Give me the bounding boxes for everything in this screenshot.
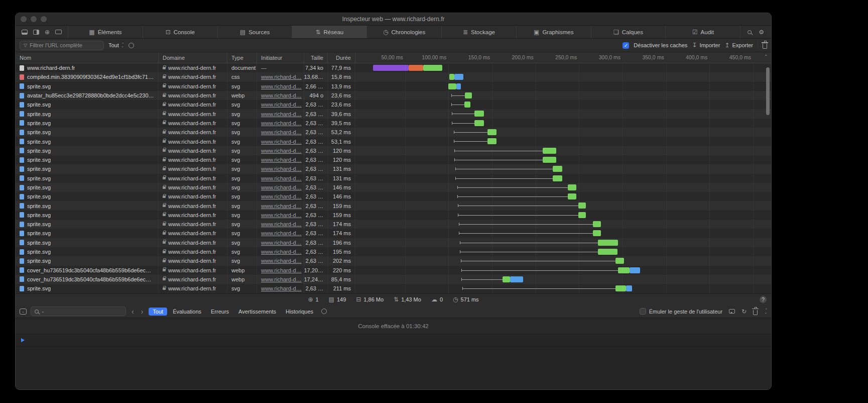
request-initiator[interactable]: www.richard-d… — [261, 276, 302, 282]
quick-console-icon[interactable]: ⌄ — [20, 309, 27, 315]
console-prompt[interactable] — [16, 334, 771, 347]
disable-caches-checkbox[interactable]: ✓ — [623, 42, 629, 49]
clear-console-icon[interactable] — [753, 310, 758, 315]
network-request-row[interactable]: sprite.svg www.richard-dern.fr svg www.r… — [16, 256, 771, 265]
network-request-row[interactable]: sprite.svg www.richard-dern.fr svg www.r… — [16, 164, 771, 173]
export-button[interactable]: ↥ Exporter — [724, 42, 753, 49]
inspect-element-icon[interactable]: ⊕ — [45, 29, 50, 36]
network-request-row[interactable]: www.richard-dern.fr www.richard-dern.fr … — [16, 63, 771, 72]
request-initiator[interactable]: www.richard-d… — [261, 285, 302, 291]
device-settings-icon[interactable] — [55, 30, 62, 34]
network-request-row[interactable]: compiled.min.38390909f303624ed9e1cf1bd3f… — [16, 72, 771, 81]
tab-audit[interactable]: ☑Audit — [666, 26, 740, 38]
network-request-row[interactable]: sprite.svg www.richard-dern.fr svg www.r… — [16, 128, 771, 137]
request-initiator[interactable]: www.richard-d… — [261, 120, 302, 126]
column-header-name[interactable]: Nom — [16, 52, 159, 63]
network-request-row[interactable]: sprite.svg www.richard-dern.fr svg www.r… — [16, 238, 771, 247]
reload-icon[interactable]: ↻ — [741, 308, 747, 315]
network-request-row[interactable]: sprite.svg www.richard-dern.fr svg www.r… — [16, 201, 771, 210]
console-messages-icon[interactable] — [729, 309, 735, 314]
network-request-row[interactable]: sprite.svg www.richard-dern.fr svg www.r… — [16, 183, 771, 192]
request-initiator[interactable]: www.richard-d… — [261, 83, 302, 89]
tab-elements[interactable]: ▦Éléments — [68, 26, 143, 38]
request-initiator[interactable]: www.richard-d… — [261, 74, 302, 80]
network-request-row[interactable]: sprite.svg www.richard-dern.fr svg www.r… — [16, 119, 771, 128]
help-button[interactable]: ? — [760, 296, 767, 303]
request-initiator[interactable]: www.richard-d… — [261, 129, 302, 135]
tab-storage[interactable]: ≣Stockage — [442, 26, 517, 38]
request-initiator[interactable]: www.richard-d… — [261, 240, 302, 246]
previous-result-button[interactable]: ‹ — [130, 308, 136, 316]
request-initiator[interactable]: www.richard-d… — [261, 139, 302, 145]
request-initiator[interactable]: www.richard-d… — [261, 221, 302, 227]
request-initiator[interactable]: www.richard-d… — [261, 111, 302, 117]
network-request-row[interactable]: sprite.svg www.richard-dern.fr svg www.r… — [16, 247, 771, 256]
network-request-row[interactable]: sprite.svg www.richard-dern.fr svg www.r… — [16, 220, 771, 229]
request-initiator[interactable]: www.richard-d… — [261, 166, 302, 172]
scroll-up-icon[interactable]: ⌃ — [764, 54, 768, 59]
console-scope-warnings[interactable]: Avertissements — [234, 308, 280, 316]
request-initiator[interactable]: www.richard-d… — [261, 203, 302, 209]
close-window-button[interactable] — [21, 16, 27, 22]
network-request-row[interactable]: sprite.svg www.richard-dern.fr svg www.r… — [16, 229, 771, 238]
network-request-row[interactable]: sprite.svg www.richard-dern.fr svg www.r… — [16, 109, 771, 118]
request-initiator[interactable]: www.richard-d… — [261, 184, 302, 190]
network-request-row[interactable]: sprite.svg www.richard-dern.fr svg www.r… — [16, 192, 771, 201]
network-request-row[interactable]: sprite.svg www.richard-dern.fr svg www.r… — [16, 146, 771, 155]
request-initiator[interactable]: www.richard-d… — [261, 157, 302, 163]
dock-to-side-icon[interactable] — [33, 30, 39, 35]
network-request-row[interactable]: sprite.svg www.richard-dern.fr svg www.r… — [16, 174, 771, 183]
vertical-scrollbar-thumb[interactable] — [766, 67, 770, 115]
network-request-row[interactable]: cover_hu736519dc3b5040cfa48b6b559b6de6ec… — [16, 266, 771, 275]
column-header-type[interactable]: Type — [227, 52, 257, 63]
request-initiator[interactable]: www.richard-d… — [261, 230, 302, 236]
collapse-console-icon[interactable]: ⌃⌄ — [764, 309, 767, 314]
tab-timelines[interactable]: ◷Chronologies — [367, 26, 442, 38]
url-filter-input[interactable]: ▽ Filtrer l'URL complète — [20, 41, 104, 50]
tab-sources[interactable]: ▤Sources — [218, 26, 293, 38]
request-initiator[interactable]: www.richard-d… — [261, 92, 302, 98]
network-request-row[interactable]: sprite.svg www.richard-dern.fr svg www.r… — [16, 82, 771, 91]
import-button[interactable]: ↧ Importer — [692, 42, 720, 49]
console-scope-errors[interactable]: Erreurs — [207, 308, 233, 316]
network-request-row[interactable]: sprite.svg www.richard-dern.fr svg www.r… — [16, 137, 771, 146]
request-initiator[interactable]: www.richard-d… — [261, 102, 302, 108]
minimize-window-button[interactable] — [31, 16, 37, 22]
column-header-duration[interactable]: Durée — [328, 52, 355, 63]
settings-gear-icon[interactable]: ⚙ — [759, 29, 764, 36]
network-request-row[interactable]: avatar_hu85ecc3e298728880b0bde2dcc4e5c23… — [16, 91, 771, 100]
console-scope-evaluations[interactable]: Évaluations — [169, 308, 205, 316]
tab-network[interactable]: ⇅Réseau — [292, 26, 367, 38]
request-initiator[interactable]: www.richard-d… — [261, 212, 302, 218]
console-scope-logs[interactable]: Historiques — [282, 308, 317, 316]
request-initiator[interactable]: www.richard-d… — [261, 258, 302, 264]
column-header-domain[interactable]: Domaine — [159, 52, 227, 63]
network-request-row[interactable]: sprite.svg www.richard-dern.fr svg www.r… — [16, 284, 771, 293]
search-icon[interactable] — [748, 30, 752, 34]
console-activity-icon[interactable] — [321, 309, 327, 314]
network-request-row[interactable]: sprite.svg www.richard-dern.fr svg www.r… — [16, 155, 771, 164]
column-header-initiator[interactable]: Initiateur — [257, 52, 304, 63]
request-initiator[interactable]: www.richard-d… — [261, 148, 302, 154]
console-scope-all[interactable]: Tout — [149, 308, 167, 316]
column-header-size[interactable]: Taille — [304, 52, 328, 63]
emulate-user-gesture-checkbox[interactable] — [640, 308, 646, 315]
next-result-button[interactable]: › — [140, 308, 145, 316]
tab-console[interactable]: ⊡Console — [143, 26, 218, 38]
zoom-window-button[interactable] — [41, 16, 47, 22]
request-initiator[interactable]: www.richard-d… — [261, 193, 302, 199]
clear-network-items-icon[interactable] — [763, 44, 767, 49]
network-request-row[interactable]: sprite.svg www.richard-dern.fr svg www.r… — [16, 100, 771, 109]
network-request-row[interactable]: cover_hu736519dc3b5040cfa48b6b559b6de6ec… — [16, 275, 771, 284]
record-icon[interactable] — [129, 43, 134, 48]
load-time-value: 571 ms — [461, 296, 479, 303]
network-request-row[interactable]: sprite.svg www.richard-dern.fr svg www.r… — [16, 211, 771, 220]
resource-type-select[interactable]: Tout ⌃⌄ — [108, 42, 124, 48]
request-initiator[interactable]: www.richard-d… — [261, 249, 302, 255]
tab-layers[interactable]: ❏Calques — [591, 26, 666, 38]
dock-to-bottom-icon[interactable] — [22, 30, 28, 35]
console-search-input[interactable]: ⌄ — [31, 307, 126, 316]
tab-graphics[interactable]: ▣Graphismes — [517, 26, 591, 38]
request-initiator[interactable]: www.richard-d… — [261, 175, 302, 181]
request-initiator[interactable]: www.richard-d… — [261, 267, 302, 273]
